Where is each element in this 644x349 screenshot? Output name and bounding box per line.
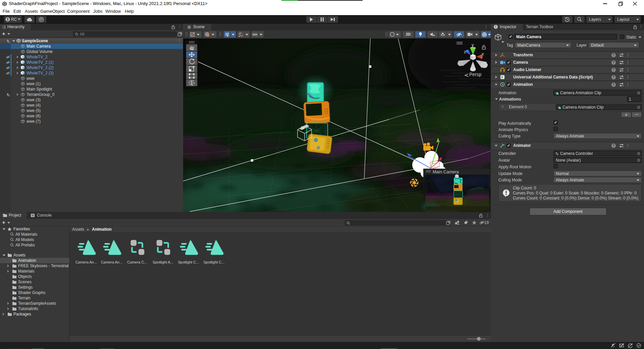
svg-text:#: #: [501, 75, 503, 79]
svg-text:Y: Y: [227, 35, 229, 38]
svg-text:y: y: [472, 42, 474, 47]
svg-text:z: z: [464, 49, 466, 54]
svg-text:Persp: Persp: [469, 72, 482, 77]
svg-text:Main Camera: Main Camera: [433, 169, 459, 174]
svg-text:x: x: [482, 51, 484, 56]
